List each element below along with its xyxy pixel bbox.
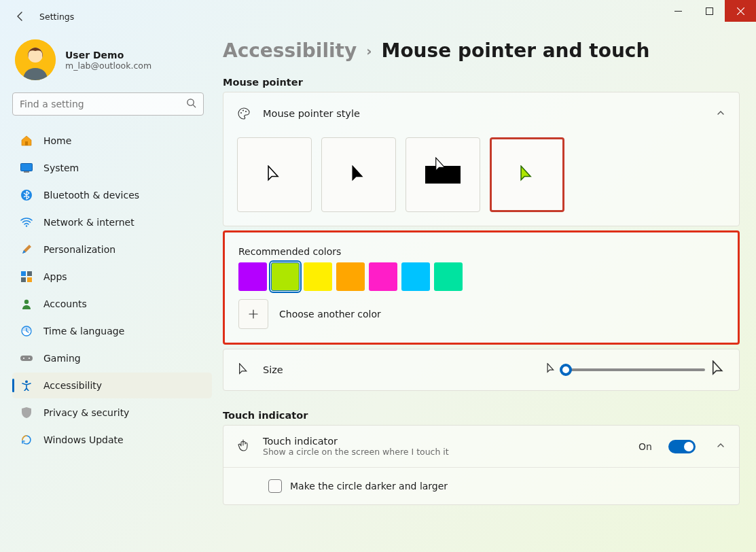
touch-circle-checkbox[interactable] xyxy=(268,479,282,493)
touch-toggle-state: On xyxy=(638,441,652,452)
breadcrumb: Accessibility › Mouse pointer and touch xyxy=(223,39,740,62)
svg-rect-1 xyxy=(706,7,713,14)
color-swatch-6[interactable] xyxy=(434,262,463,291)
nav-update[interactable]: Windows Update xyxy=(12,427,212,453)
nav-gaming[interactable]: Gaming xyxy=(12,345,212,371)
wifi-icon xyxy=(20,218,33,227)
window-controls xyxy=(662,0,756,22)
nav-label: Home xyxy=(43,135,71,146)
nav-time[interactable]: Time & language xyxy=(12,318,212,344)
svg-point-20 xyxy=(25,381,28,383)
section-heading-pointer: Mouse pointer xyxy=(223,77,740,88)
svg-rect-14 xyxy=(27,277,32,282)
pointer-style-custom[interactable] xyxy=(490,137,564,212)
touch-circle-option-row: Make the circle darker and larger xyxy=(223,468,739,504)
svg-rect-17 xyxy=(20,356,33,361)
nav-label: Privacy & security xyxy=(43,407,129,418)
nav-personalization[interactable]: Personalization xyxy=(12,237,212,262)
nav: Home System Bluetooth & devices Network … xyxy=(12,128,212,454)
svg-point-19 xyxy=(29,358,30,359)
cursor-icon xyxy=(237,363,251,377)
nav-network[interactable]: Network & internet xyxy=(12,209,212,235)
svg-rect-12 xyxy=(27,271,32,276)
window-title: Settings xyxy=(39,12,74,22)
svg-point-21 xyxy=(240,112,242,114)
nav-label: Accessibility xyxy=(43,380,102,391)
search-input[interactable] xyxy=(20,99,186,109)
section-heading-touch: Touch indicator xyxy=(223,410,740,421)
nav-accounts[interactable]: Accounts xyxy=(12,291,212,317)
maximize-button[interactable] xyxy=(694,0,725,22)
choose-another-color-row: Choose another color xyxy=(238,299,724,329)
svg-rect-11 xyxy=(21,271,26,276)
color-swatch-4[interactable] xyxy=(369,262,397,291)
touch-indicator-card: Touch indicator Show a circle on the scr… xyxy=(223,425,740,505)
nav-label: Windows Update xyxy=(43,434,124,445)
pointer-style-header[interactable]: Mouse pointer style xyxy=(223,92,739,135)
nav-label: Time & language xyxy=(43,326,124,337)
svg-point-22 xyxy=(242,110,244,111)
touch-toggle[interactable] xyxy=(668,440,696,453)
nav-system[interactable]: System xyxy=(12,155,212,181)
color-swatch-5[interactable] xyxy=(401,262,430,291)
pointer-style-white[interactable] xyxy=(237,137,312,212)
color-swatch-1[interactable] xyxy=(271,262,300,291)
nav-accessibility[interactable]: Accessibility xyxy=(12,373,212,398)
choose-another-color-label: Choose another color xyxy=(279,309,381,320)
back-button[interactable] xyxy=(14,10,27,23)
breadcrumb-current: Mouse pointer and touch xyxy=(382,39,650,62)
touch-circle-label: Make the circle darker and larger xyxy=(290,481,448,491)
size-slider-thumb[interactable] xyxy=(560,364,572,376)
pointer-style-inverted[interactable] xyxy=(406,137,480,212)
svg-point-15 xyxy=(24,300,29,304)
recommended-colors-title: Recommended colors xyxy=(238,246,724,257)
color-swatch-0[interactable] xyxy=(238,262,267,291)
size-label: Size xyxy=(263,364,301,375)
update-icon xyxy=(20,434,33,445)
cursor-large-icon xyxy=(712,360,725,380)
nav-label: Network & internet xyxy=(43,217,134,228)
search-box[interactable] xyxy=(12,92,204,116)
chevron-up-icon[interactable] xyxy=(716,441,725,452)
titlebar: Settings xyxy=(0,0,756,33)
nav-label: Gaming xyxy=(43,353,81,364)
close-button[interactable] xyxy=(725,0,756,22)
nav-home[interactable]: Home xyxy=(12,128,212,154)
color-swatch-3[interactable] xyxy=(336,262,365,291)
pointer-style-black[interactable] xyxy=(321,137,396,212)
svg-rect-7 xyxy=(21,164,33,171)
cursor-small-icon xyxy=(547,363,556,377)
profile-name: User Demo xyxy=(65,50,151,61)
main-content: Accessibility › Mouse pointer and touch … xyxy=(216,33,756,552)
shield-icon xyxy=(20,407,33,418)
touch-row-subtitle: Show a circle on the screen where I touc… xyxy=(263,447,626,457)
bluetooth-icon xyxy=(20,190,33,201)
pointer-style-title: Mouse pointer style xyxy=(263,108,704,119)
size-slider[interactable] xyxy=(562,364,705,375)
minimize-button[interactable] xyxy=(662,0,694,22)
touch-indicator-row[interactable]: Touch indicator Show a circle on the scr… xyxy=(223,426,739,468)
palette-icon xyxy=(237,107,251,120)
nav-label: Bluetooth & devices xyxy=(43,190,139,201)
svg-point-23 xyxy=(245,111,247,112)
home-icon xyxy=(20,135,33,147)
svg-line-5 xyxy=(193,105,196,107)
breadcrumb-parent[interactable]: Accessibility xyxy=(223,39,357,62)
size-slider-area xyxy=(547,360,725,380)
gamepad-icon xyxy=(20,354,33,362)
nav-bluetooth[interactable]: Bluetooth & devices xyxy=(12,182,212,208)
color-swatches xyxy=(238,262,724,291)
profile-block[interactable]: User Demo m_lab@outlook.com xyxy=(12,37,212,92)
accessibility-icon xyxy=(20,380,33,391)
nav-label: Accounts xyxy=(43,298,87,309)
nav-apps[interactable]: Apps xyxy=(12,264,212,290)
choose-another-color-button[interactable] xyxy=(238,299,268,329)
color-swatch-2[interactable] xyxy=(304,262,332,291)
nav-privacy[interactable]: Privacy & security xyxy=(12,400,212,426)
pointer-size-card: Size xyxy=(223,349,740,391)
svg-point-18 xyxy=(23,358,24,359)
clock-icon xyxy=(20,326,33,337)
touch-row-title: Touch indicator xyxy=(263,436,626,447)
svg-point-4 xyxy=(187,99,194,105)
recommended-colors-card: Recommended colors Choose another color xyxy=(223,230,740,345)
